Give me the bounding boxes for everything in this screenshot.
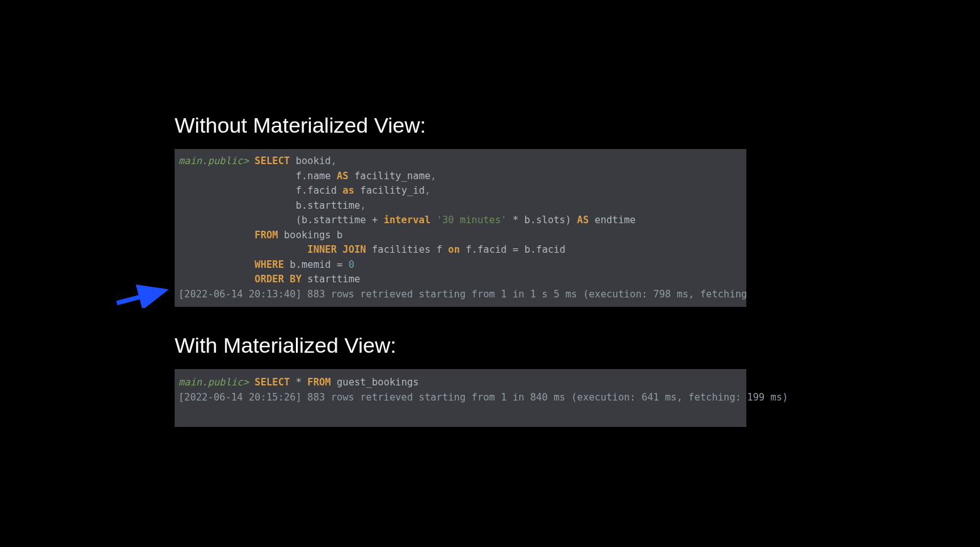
keyword-from: FROM: [307, 377, 330, 388]
sql-prompt: main.public>: [178, 155, 249, 167]
code-line: (b.starttime + interval '30 minutes' * b…: [178, 213, 743, 228]
expr-paren: (b.starttime +: [296, 214, 384, 226]
keyword-from: FROM: [254, 229, 278, 241]
ident-endtime: endtime: [595, 214, 636, 226]
where-condition: b.memid =: [290, 259, 348, 270]
svg-line-1: [117, 290, 165, 303]
result-line: [2022-06-14 20:13:40] 883 rows retrieved…: [178, 287, 743, 302]
join-condition: f.facid = b.facid: [466, 244, 565, 255]
keyword-order-by: ORDER BY: [254, 274, 302, 285]
keyword-as: AS: [577, 214, 589, 226]
code-line: ORDER BY starttime: [178, 272, 743, 287]
comma: ,: [360, 200, 366, 211]
ident-facility-name: facility_name: [354, 170, 430, 182]
ident-facilities: facilities f: [372, 244, 442, 255]
ident-ffacid: f.facid: [296, 185, 337, 196]
code-line: main.public> SELECT * FROM guest_booking…: [178, 375, 743, 390]
result-line: [2022-06-14 20:15:26] 883 rows retrieved…: [178, 390, 743, 406]
keyword-where: WHERE: [254, 259, 284, 270]
star: *: [296, 377, 302, 388]
expr-times: * b.slots): [507, 214, 577, 226]
result-text: [2022-06-14 20:15:26] 883 rows retrieved…: [178, 392, 788, 403]
number-zero: 0: [349, 259, 354, 270]
ident-guest-bookings: guest_bookings: [337, 377, 419, 388]
code-block-without: main.public> SELECT bookid, f.name AS fa…: [175, 149, 746, 307]
slide-content: Without Materialized View: main.public> …: [175, 113, 746, 427]
code-line: FROM bookings b: [178, 228, 743, 243]
keyword-as: AS: [337, 170, 349, 182]
ident-starttime: starttime: [307, 274, 360, 285]
keyword-as: as: [342, 185, 354, 196]
comma: ,: [425, 185, 430, 196]
result-text: [2022-06-14 20:13:40] 883 rows retrieved…: [178, 289, 746, 300]
ident-bookid: bookid: [296, 155, 331, 167]
sql-prompt: main.public>: [178, 377, 249, 388]
spacer: [175, 307, 746, 333]
comma: ,: [430, 170, 436, 182]
code-block-with: main.public> SELECT * FROM guest_booking…: [175, 369, 746, 426]
code-line: WHERE b.memid = 0: [178, 258, 743, 273]
arrow-icon: [112, 279, 172, 308]
code-line: INNER JOIN facilities f on f.facid = b.f…: [178, 243, 743, 258]
keyword-interval: interval: [384, 214, 431, 226]
ident-facility-id: facility_id: [360, 185, 425, 196]
ident-fname: f.name: [296, 170, 331, 182]
comma: ,: [331, 155, 337, 167]
code-line: f.facid as facility_id,: [178, 184, 743, 199]
code-line: b.starttime,: [178, 199, 743, 214]
keyword-on: on: [448, 244, 460, 255]
keyword-select: SELECT: [254, 155, 290, 167]
heading-without: Without Materialized View:: [175, 113, 746, 138]
code-line: f.name AS facility_name,: [178, 169, 743, 184]
ident-bstarttime: b.starttime: [296, 200, 361, 211]
keyword-inner-join: INNER JOIN: [307, 244, 366, 255]
keyword-select: SELECT: [254, 377, 290, 388]
string-interval: '30 minutes': [437, 214, 507, 226]
code-line: main.public> SELECT bookid,: [178, 154, 743, 169]
ident-bookings: bookings b: [284, 229, 342, 241]
heading-with: With Materialized View:: [175, 333, 746, 358]
